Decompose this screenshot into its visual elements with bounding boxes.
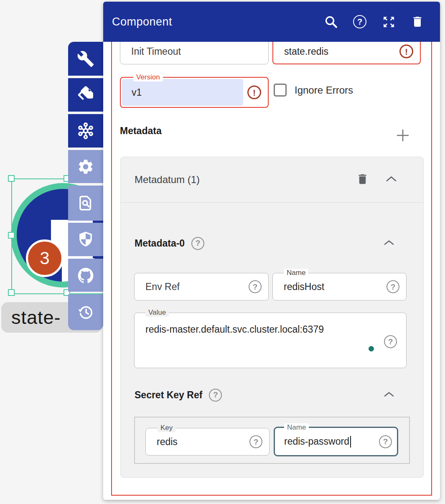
help-icon[interactable]: ?: [387, 280, 399, 293]
github-icon: [76, 266, 95, 285]
help-icon[interactable]: ?: [249, 280, 262, 293]
panel-header: Component ?: [103, 2, 440, 42]
badge-count: 3: [40, 248, 49, 268]
ignore-errors-checkbox[interactable]: [274, 84, 287, 97]
panel-title: Component: [112, 15, 172, 28]
wrench-icon: [77, 50, 94, 68]
tag-icon: [77, 86, 94, 104]
version-input[interactable]: Version v1 !: [120, 77, 269, 108]
secret-key-ref-section-header: Secret Key Ref ?: [135, 387, 404, 403]
env-ref-input[interactable]: Env Ref ?: [134, 273, 269, 300]
key-label: Key: [158, 424, 175, 432]
help-icon[interactable]: ?: [379, 435, 392, 448]
sidebar-item-build[interactable]: [68, 42, 103, 76]
metadatum-title: Metadatum (1): [135, 174, 200, 186]
shield-icon: [77, 231, 94, 248]
search-icon[interactable]: [324, 15, 338, 29]
metadata0-heading: Metadata-0: [135, 238, 185, 249]
error-icon: !: [399, 45, 413, 59]
metadata-value-input[interactable]: Value redis-master.default.svc.cluster.l…: [134, 313, 407, 368]
init-timeout-input[interactable]: Init Timeout: [120, 42, 269, 64]
panel-body: Init Timeout state.redis ! Version v1 ! …: [103, 42, 440, 500]
sidebar-item-security[interactable]: [68, 223, 103, 256]
secret-key-input[interactable]: Key redis ?: [145, 428, 270, 456]
document-search-icon: [77, 194, 94, 212]
metadata-heading: Metadata: [120, 125, 162, 137]
selection-handle[interactable]: [8, 232, 15, 239]
collapse-metadata0-icon[interactable]: [384, 239, 394, 247]
collapse-metadatum-icon[interactable]: [386, 176, 397, 184]
metadatum-card: Metadatum (1) Metadata-0 ? Env Ref ? Nam…: [120, 157, 424, 478]
sidebar-item-history[interactable]: [68, 294, 103, 330]
selection-handle[interactable]: [8, 175, 15, 182]
ignore-errors-label: Ignore Errors: [295, 84, 353, 97]
delete-metadatum-icon[interactable]: [356, 173, 369, 187]
name-label: Name: [284, 269, 308, 277]
name-label: Name: [284, 423, 309, 432]
sidebar-item-settings[interactable]: [68, 150, 103, 183]
add-metadata-icon[interactable]: [395, 128, 410, 143]
metadatum-card-header[interactable]: Metadatum (1): [121, 157, 423, 203]
resize-indicator-dot: [369, 346, 374, 351]
help-icon[interactable]: ?: [191, 237, 204, 250]
sidebar-item-inspect[interactable]: [68, 186, 103, 221]
sidebar-item-hub[interactable]: [68, 114, 103, 148]
value-label: Value: [145, 308, 169, 317]
metadata0-section-header: Metadata-0 ?: [135, 235, 404, 252]
sidebar-item-tags[interactable]: [68, 78, 103, 112]
selection-handle[interactable]: [8, 289, 15, 296]
version-label: Version: [133, 73, 163, 81]
help-icon[interactable]: ?: [384, 335, 397, 348]
hub-network-icon: [76, 122, 95, 140]
gear-icon: [77, 158, 94, 176]
fullscreen-icon[interactable]: [381, 15, 396, 29]
help-icon[interactable]: ?: [353, 15, 367, 29]
metadata-name-input[interactable]: Name redisHost ?: [272, 273, 407, 300]
text-cursor: [350, 436, 351, 448]
help-icon[interactable]: ?: [209, 389, 222, 402]
secret-key-ref-heading: Secret Key Ref: [135, 389, 202, 401]
error-icon: !: [247, 86, 261, 99]
secret-key-ref-group: Key redis ? Name redis-password ?: [134, 417, 410, 464]
help-icon[interactable]: ?: [249, 435, 262, 448]
node-error-badge: 3: [26, 239, 64, 277]
sidebar-item-github[interactable]: [68, 259, 103, 292]
component-properties-panel: Component ? Init Timeout state.redis ! V…: [103, 2, 440, 500]
delete-icon[interactable]: [410, 15, 425, 29]
history-icon: [77, 303, 94, 321]
component-type-input[interactable]: state.redis !: [272, 42, 421, 64]
secret-name-input[interactable]: Name redis-password ?: [274, 427, 398, 456]
collapse-secret-key-ref-icon[interactable]: [384, 391, 394, 399]
